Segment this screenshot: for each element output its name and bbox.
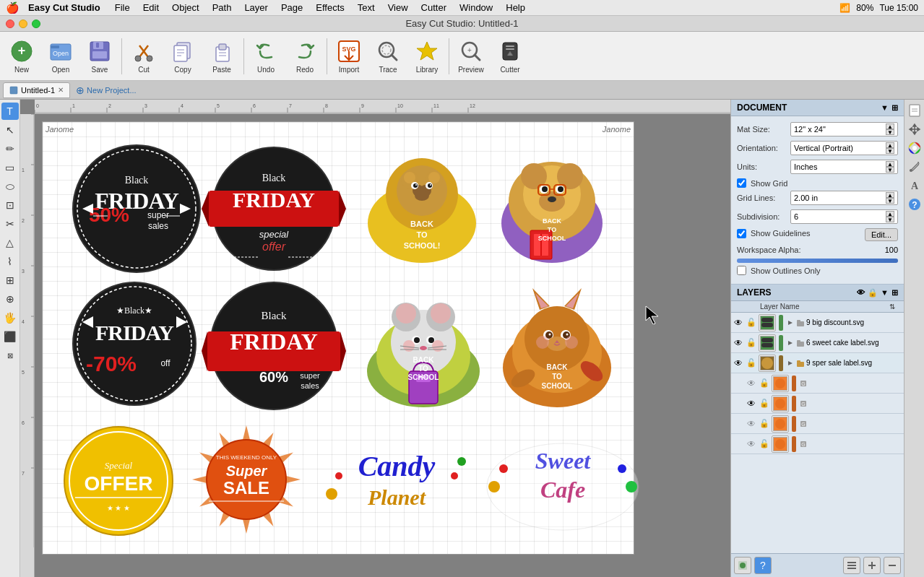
workspace-alpha-slider[interactable] (737, 259, 898, 263)
document-collapse-icon[interactable]: ▼ (881, 103, 889, 113)
edit-guidelines-button[interactable]: Edit... (865, 228, 898, 241)
menu-file[interactable]: File (109, 1, 136, 14)
sticker-sweet-cafe[interactable]: Sweet Cafe (483, 422, 642, 534)
preview-button[interactable]: + Preview (452, 35, 490, 78)
sticker-bf-special[interactable]: Black FRIDAY special offer (202, 144, 346, 274)
copy-button[interactable]: Copy (164, 35, 202, 78)
shape-tool[interactable]: △ (1, 234, 19, 251)
layer-4-lock[interactable]: 🔓 (759, 378, 770, 389)
menu-page[interactable]: Page (275, 1, 308, 14)
image-tool[interactable]: ⬛ (1, 328, 19, 345)
layer-6-lock[interactable]: 🔓 (759, 418, 770, 430)
grid-lines-value[interactable]: 2.00 in ▲ ▼ (790, 191, 898, 205)
question-mark-icon[interactable]: ? (907, 196, 923, 212)
tab-close-button[interactable]: ✕ (58, 86, 64, 94)
color-wheel-icon[interactable] (907, 140, 923, 156)
orientation-stepper[interactable]: ▲ ▼ (886, 142, 894, 154)
sticker-bf-60[interactable]: Black FRIDAY 60% super sales (202, 277, 346, 411)
layer-4-eye[interactable]: 👁 (746, 378, 757, 389)
orientation-value[interactable]: Vertical (Portrait) ▲ ▼ (790, 141, 898, 155)
sticker-special-offer[interactable]: Special OFFER ★ ★ ★ (61, 425, 176, 537)
node-tool[interactable]: ⊡ (1, 196, 19, 214)
sticker-dog-school[interactable]: BACK TO SCHOOL (491, 136, 613, 266)
cutter-button[interactable]: Cutter (491, 35, 529, 78)
layer-question-button[interactable]: ? (754, 557, 772, 574)
orientation-down[interactable]: ▼ (886, 148, 894, 154)
layer-item-7[interactable]: 👁 🔓 G (731, 434, 904, 454)
ellipse-tool[interactable]: ⬭ (1, 178, 19, 195)
cut-button[interactable]: Cut (125, 35, 163, 78)
layer-5-lock[interactable]: 🔓 (759, 398, 770, 409)
layer-3-eye[interactable]: 👁 (733, 357, 744, 369)
layer-item-1[interactable]: 👁 🔓 9 big discount.svg (731, 313, 904, 333)
menu-help[interactable]: Help (500, 1, 531, 14)
layer-3-expand-icon[interactable] (786, 359, 795, 368)
measure-tool[interactable]: ⊠ (1, 347, 19, 364)
layer-item-3[interactable]: 👁 🔓 9 sper sale label.svg (731, 353, 904, 373)
show-guidelines-checkbox[interactable] (737, 229, 746, 238)
layer-item-5[interactable]: 👁 🔓 G (731, 394, 904, 414)
layers-lock-icon[interactable]: 🔒 (868, 288, 878, 298)
layer-2-lock[interactable]: 🔓 (746, 337, 757, 349)
zoom-tool[interactable]: ⊕ (1, 290, 19, 308)
font-icon[interactable]: A (907, 178, 923, 194)
menu-path[interactable]: Path (207, 1, 238, 14)
menu-window[interactable]: Window (454, 1, 498, 14)
scissors-tool[interactable]: ✂ (1, 215, 19, 233)
layer-add-button[interactable] (863, 557, 881, 574)
undo-button[interactable]: Undo (247, 35, 285, 78)
grid-lines-stepper[interactable]: ▲ ▼ (886, 192, 894, 204)
subdivision-stepper[interactable]: ▲ ▼ (886, 211, 894, 222)
menu-view[interactable]: View (382, 1, 414, 14)
tab-untitled-1[interactable]: Untitled-1 ✕ (3, 82, 70, 98)
subdivision-value[interactable]: 6 ▲ ▼ (790, 209, 898, 224)
sticker-bear-school[interactable]: BACK TO SCHOOL! (360, 136, 483, 266)
show-outlines-checkbox[interactable] (737, 266, 746, 275)
sticker-mouse-school[interactable]: ABC BACK TO SCHOOL (357, 277, 491, 411)
layer-7-eye[interactable]: 👁 (746, 438, 757, 450)
new-button[interactable]: + New (3, 35, 40, 78)
layer-1-lock[interactable]: 🔓 (746, 317, 757, 329)
grid-lines-down[interactable]: ▼ (886, 198, 894, 204)
library-button[interactable]: Library (408, 35, 446, 78)
wrench-icon[interactable] (907, 159, 923, 175)
layer-2-expand-icon[interactable] (786, 339, 795, 347)
sticker-bf-70[interactable]: ★Black★ FRIDAY -70% off (72, 281, 198, 407)
layer-page-up-button[interactable] (734, 557, 751, 574)
doc-icon[interactable] (907, 103, 923, 118)
layer-2-eye[interactable]: 👁 (733, 337, 744, 349)
zoom-button[interactable] (32, 19, 40, 28)
layer-1-expand-icon[interactable] (786, 318, 795, 327)
menu-object[interactable]: Object (166, 1, 205, 14)
move-icon[interactable] (907, 121, 923, 137)
layer-5-eye[interactable]: 👁 (746, 398, 757, 409)
close-button[interactable] (6, 19, 14, 28)
layer-item-4[interactable]: 👁 🔓 G (731, 373, 904, 394)
units-down[interactable]: ▼ (886, 167, 894, 173)
menu-cutter[interactable]: Cutter (415, 1, 452, 14)
layer-7-lock[interactable]: 🔓 (759, 438, 770, 450)
layer-delete-button[interactable] (884, 557, 901, 574)
sticker-candy-planet[interactable]: Candy Planet (317, 422, 476, 534)
trace-button[interactable]: Trace (369, 35, 407, 78)
minimize-button[interactable] (19, 19, 27, 28)
new-project-button[interactable]: ⊕ New Project... (72, 84, 140, 96)
layer-stack-button[interactable] (843, 557, 860, 574)
units-stepper[interactable]: ▲ ▼ (886, 161, 894, 173)
mat-size-stepper[interactable]: ▲ ▼ (886, 123, 894, 135)
select-tool[interactable]: ↖ (1, 121, 19, 139)
paste-button[interactable]: Paste (203, 35, 241, 78)
subdivision-down[interactable]: ▼ (886, 217, 894, 222)
layer-item-2[interactable]: 👁 🔓 6 sweet cake label.svg (731, 333, 904, 353)
layer-3-lock[interactable]: 🔓 (746, 357, 757, 369)
mat-size-down[interactable]: ▼ (886, 129, 894, 135)
sticker-bf-50[interactable]: Black FRIDAY 50% super sales (72, 144, 202, 274)
pen-tool[interactable]: ✏ (1, 140, 19, 157)
menu-effects[interactable]: Effects (310, 1, 350, 14)
redo-button[interactable]: Redo (286, 35, 324, 78)
save-button[interactable]: Save (81, 35, 118, 78)
menu-text[interactable]: Text (352, 1, 381, 14)
layers-settings-icon[interactable]: ⊞ (891, 288, 898, 298)
layers-eye-icon[interactable]: 👁 (857, 288, 865, 298)
rectangle-tool[interactable]: ▭ (1, 159, 19, 176)
